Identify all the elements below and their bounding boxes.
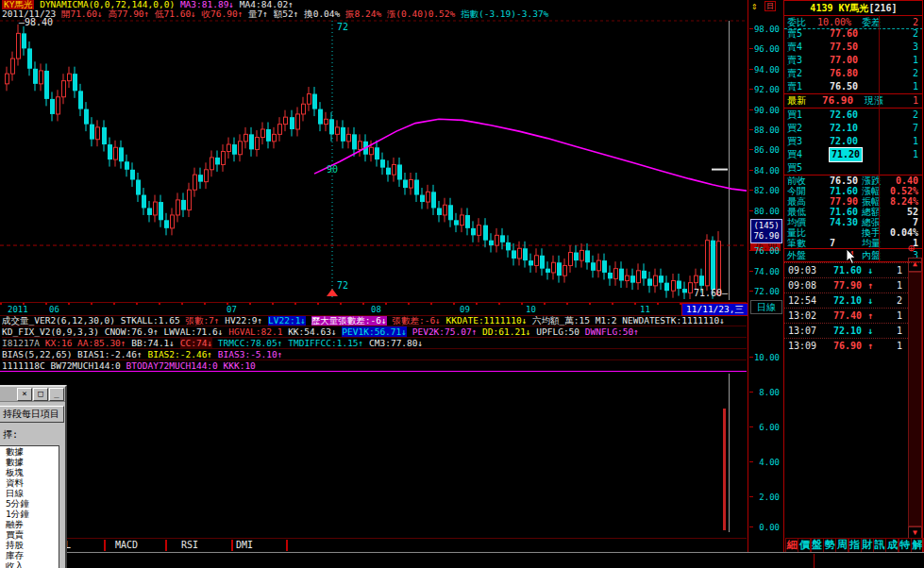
bid-level-label: 買1: [787, 109, 802, 122]
popup-list-item[interactable]: 庫存: [0, 550, 59, 560]
candle-body: [478, 226, 481, 236]
popup-window[interactable]: _□× 持段每日項目 擇: 數據數據板塊資料日線5分鐘1分鐘融券買賣持股庫存收入: [0, 385, 67, 568]
quote-tab-細[interactable]: 細: [785, 538, 798, 553]
scale-tick: [749, 461, 753, 462]
text-segment: 低71.60↓: [155, 8, 202, 19]
stock-count: [216]: [869, 3, 898, 13]
bottom-tab-rsi[interactable]: RSI: [181, 540, 198, 551]
bid-row[interactable]: 買172.602: [784, 109, 923, 122]
candle-body: [57, 97, 60, 114]
ask-row[interactable]: 賣276.802: [784, 67, 923, 80]
bottom-tab-dmi[interactable]: DMI: [236, 540, 253, 551]
minimize-button[interactable]: _: [49, 388, 64, 401]
main-chart[interactable]: —98.4071.60—729072: [0, 0, 747, 302]
candle-body: [523, 248, 528, 260]
tick-row: 09:0877.90 ↑1: [784, 277, 923, 293]
candle-body: [290, 117, 294, 129]
popup-section-button[interactable]: 持段每日項目: [0, 406, 64, 423]
quote-tab-價[interactable]: 價: [798, 538, 811, 553]
scroll-up-button[interactable]: ▲: [908, 258, 922, 272]
stock-code-name: 4139 KY馬光: [810, 3, 868, 13]
crosshair-tool-icon[interactable]: ⊕: [908, 242, 915, 255]
maximize-button[interactable]: □: [33, 388, 48, 401]
period-button[interactable]: 日線: [750, 300, 782, 314]
last-change-label: 現漲: [865, 94, 883, 108]
price-scale-label: 80.00: [749, 207, 780, 216]
quote-tab-指[interactable]: 指: [848, 538, 862, 553]
ask-row[interactable]: 賣577.602: [784, 27, 923, 41]
price-scale-label: 82.00: [749, 186, 780, 195]
bid-row[interactable]: 買372.001: [784, 135, 923, 148]
popup-list-item[interactable]: 5分鐘: [0, 498, 59, 509]
tick-price: 77.40 ↑: [833, 309, 873, 324]
scale-tick: [749, 149, 753, 150]
quote-tab-勢[interactable]: 勢: [823, 538, 836, 553]
x-axis-label: 06: [49, 305, 59, 314]
quote-tab-盤[interactable]: 盤: [811, 538, 824, 553]
popup-list-item[interactable]: 日線: [0, 488, 59, 498]
stat-value2: 0.04%: [890, 227, 918, 238]
scale-tick: [749, 210, 753, 211]
quote-tab-成[interactable]: 成: [885, 538, 899, 553]
text-segment: BTODAY72MUCH144:0: [126, 360, 224, 371]
popup-list-item[interactable]: 資料: [0, 477, 59, 488]
candle-body: [557, 262, 562, 276]
candle-body: [68, 74, 72, 80]
popup-list-item[interactable]: 1分鐘: [0, 509, 59, 519]
tick-qty: 1: [897, 263, 902, 278]
popup-listbox[interactable]: 數據數據板塊資料日線5分鐘1分鐘融券買賣持股庫存收入: [0, 445, 59, 568]
quote-tab-周[interactable]: 周: [835, 538, 848, 553]
popup-list-item[interactable]: 持股: [0, 540, 59, 550]
candle-body: [659, 276, 664, 282]
candle-body: [614, 269, 618, 279]
popup-list-item[interactable]: 融券: [0, 519, 59, 529]
candle-body: [22, 33, 26, 48]
popup-list-item[interactable]: 收入: [0, 560, 59, 568]
bid-qty: 7: [913, 122, 918, 135]
ask-row[interactable]: 賣477.503: [784, 41, 923, 54]
candle-body: [540, 256, 545, 269]
candle-body: [483, 226, 488, 241]
tick-time: 09:03: [788, 263, 816, 278]
marker-price: 76.90: [751, 231, 781, 242]
quote-tab-訊[interactable]: 訊: [873, 538, 886, 553]
candle-body: [370, 147, 374, 154]
text-segment: 成交量_VER2(6,12,30,0) STKALL:1.65: [2, 315, 185, 326]
scale-adjust-icon[interactable]: ⇕: [751, 0, 758, 12]
candle-body: [414, 180, 419, 195]
quote-tab-特[interactable]: 特: [899, 538, 912, 553]
popup-prompt: 擇:: [3, 428, 18, 442]
popup-titlebar[interactable]: _□×: [0, 387, 65, 402]
ask-row[interactable]: 賣176.501: [784, 80, 923, 93]
close-button[interactable]: ×: [17, 388, 32, 401]
ask-qty: 3: [913, 41, 918, 54]
popup-list-item[interactable]: 板塊: [0, 467, 59, 477]
candle-body: [647, 278, 652, 285]
x-axis-label: 09: [460, 305, 470, 314]
calendar-icon[interactable]: 日: [764, 1, 776, 11]
bottom-tab-macd[interactable]: MACD: [115, 540, 138, 551]
bid-row[interactable]: 買471.201: [784, 148, 923, 161]
popup-list-item[interactable]: 買賣: [0, 529, 59, 540]
candle-body: [677, 281, 681, 290]
quote-tab-財[interactable]: 財: [861, 538, 874, 553]
candle-body: [136, 180, 141, 195]
bid-row[interactable]: 買5: [784, 161, 923, 175]
scale-tick: [749, 250, 753, 251]
candle-body: [569, 253, 573, 266]
candle-body: [84, 109, 89, 125]
ask-row[interactable]: 賣377.001: [784, 54, 923, 67]
candle-body: [500, 235, 505, 242]
current-date-label: 11/11/23,三: [681, 303, 748, 316]
candle-body: [44, 71, 49, 99]
scale-tick: [749, 190, 753, 191]
scrollbar-track[interactable]: [908, 272, 922, 526]
quote-panel: 4139 KY馬光[216] 委比 10.00% 委差 2 賣577.602賣4…: [784, 0, 923, 553]
stat-row: 最高77.90振幅8.24%: [784, 196, 923, 207]
candle-body: [706, 241, 710, 286]
popup-list-item[interactable]: 數據: [0, 457, 59, 467]
last-label: 最新: [787, 94, 806, 108]
bid-row[interactable]: 買272.107: [784, 122, 923, 135]
popup-list-item[interactable]: 數據: [0, 446, 59, 457]
crosshair-mid-label: 90: [327, 164, 338, 175]
